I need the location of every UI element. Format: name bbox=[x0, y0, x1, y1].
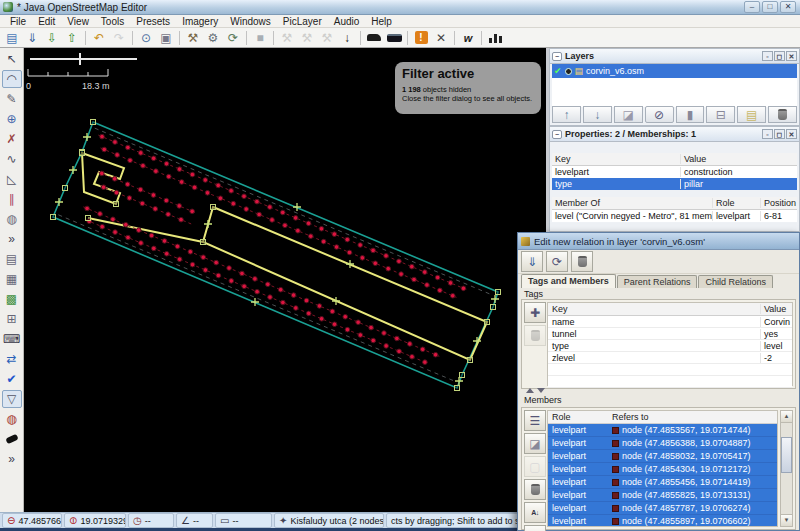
pillar-node[interactable] bbox=[153, 207, 158, 212]
mappaint-style-icon[interactable]: ⚒ bbox=[184, 29, 202, 46]
pillar-node[interactable] bbox=[330, 309, 335, 314]
pillar-node[interactable] bbox=[126, 145, 131, 150]
pillar-node[interactable] bbox=[308, 234, 313, 239]
pillar-node[interactable] bbox=[345, 237, 350, 242]
pillar-node[interactable] bbox=[423, 360, 428, 365]
pillar-node[interactable] bbox=[384, 254, 389, 259]
layer-row[interactable]: ✔ ▤ corvin_v6.osm bbox=[552, 64, 797, 78]
pillar-node[interactable] bbox=[175, 244, 180, 249]
pillar-node[interactable] bbox=[425, 283, 430, 288]
map-style-icon[interactable]: ▦ bbox=[2, 270, 22, 288]
pillar-node[interactable] bbox=[242, 284, 247, 289]
pillar-node[interactable] bbox=[177, 167, 182, 172]
pillar-node[interactable] bbox=[244, 207, 249, 212]
pillar-node[interactable] bbox=[192, 185, 197, 190]
pillar-node[interactable] bbox=[100, 134, 105, 139]
relation-refresh-icon[interactable]: ⟳ bbox=[546, 251, 568, 272]
bus-routing-icon[interactable] bbox=[385, 29, 403, 46]
virtual-node-plus[interactable] bbox=[204, 220, 212, 228]
tag-row-empty[interactable] bbox=[548, 364, 792, 376]
move-member-icon[interactable]: ▢ bbox=[524, 456, 546, 477]
pillar-node[interactable] bbox=[128, 158, 133, 163]
selected-node-square[interactable] bbox=[455, 386, 460, 391]
pillar-node[interactable] bbox=[255, 289, 260, 294]
selected-node-square[interactable] bbox=[86, 216, 91, 221]
collapse-icon[interactable]: − bbox=[552, 52, 562, 61]
pillar-node[interactable] bbox=[205, 191, 210, 196]
close-button[interactable]: ✕ bbox=[780, 1, 796, 13]
redo-icon[interactable]: ↷ bbox=[110, 29, 128, 46]
selected-node-square[interactable] bbox=[496, 290, 501, 295]
pillar-node[interactable] bbox=[283, 223, 288, 228]
pillar-node[interactable] bbox=[343, 315, 348, 320]
pillar-node[interactable] bbox=[149, 233, 154, 238]
tag-row-empty[interactable] bbox=[548, 376, 792, 388]
pillar-node[interactable] bbox=[100, 224, 105, 229]
pillar-node[interactable] bbox=[102, 147, 107, 152]
tag-row[interactable]: typelevel bbox=[548, 340, 792, 352]
menu-windows[interactable]: Windows bbox=[224, 16, 277, 27]
panel-header-button-1[interactable]: ◻ bbox=[774, 51, 785, 61]
layer-merge-icon[interactable]: ⊟ bbox=[706, 106, 735, 123]
collapse-icon[interactable]: − bbox=[552, 130, 562, 139]
pillar-node[interactable] bbox=[190, 262, 195, 267]
pillar-node[interactable] bbox=[203, 268, 208, 273]
menu-audio[interactable]: Audio bbox=[328, 16, 366, 27]
pillar-node[interactable] bbox=[410, 354, 415, 359]
stairs-way[interactable] bbox=[82, 153, 124, 204]
pillar-node[interactable] bbox=[435, 275, 440, 280]
pillar-node[interactable] bbox=[291, 293, 296, 298]
menu-file[interactable]: File bbox=[4, 16, 32, 27]
pillar-node[interactable] bbox=[358, 243, 363, 248]
menu-imagery[interactable]: Imagery bbox=[176, 16, 224, 27]
pillar-node[interactable] bbox=[152, 246, 157, 251]
delete-tag-icon[interactable] bbox=[524, 325, 546, 346]
title-bar[interactable]: * Java OpenStreetMap Editor –□✕ bbox=[0, 0, 800, 15]
paint-tool-icon[interactable]: ◍ bbox=[2, 210, 22, 228]
splitter-handle[interactable] bbox=[526, 388, 545, 393]
pillar-node[interactable] bbox=[227, 266, 232, 271]
pillar-node[interactable] bbox=[450, 293, 455, 298]
measurement-chart-icon[interactable] bbox=[486, 29, 504, 46]
delete-icon[interactable]: ✕ bbox=[432, 29, 450, 46]
filter-funnel-icon[interactable]: ▽ bbox=[2, 390, 22, 408]
member-row[interactable]: levelpartnode (47.4855456, 19.0714419) bbox=[548, 476, 777, 489]
virtual-node-plus[interactable] bbox=[491, 295, 499, 303]
pillar-node[interactable] bbox=[345, 327, 350, 332]
pillar-node[interactable] bbox=[360, 256, 365, 261]
pillar-node[interactable] bbox=[268, 205, 273, 210]
pillar-node[interactable] bbox=[321, 239, 326, 244]
member-row[interactable]: levelpartnode (47.4855897, 19.0706602) bbox=[548, 515, 777, 527]
pillar-node[interactable] bbox=[371, 338, 376, 343]
pillar-node[interactable] bbox=[99, 171, 104, 176]
tag-row[interactable]: nameCorvin ne bbox=[548, 316, 792, 328]
layer-new-icon[interactable]: ▤ bbox=[737, 106, 766, 123]
pillar-node[interactable] bbox=[293, 216, 298, 221]
pillar-node[interactable] bbox=[306, 221, 311, 226]
point-down-icon[interactable]: ↓ bbox=[338, 29, 356, 46]
menu-piclayer[interactable]: PicLayer bbox=[277, 16, 328, 27]
pillar-node[interactable] bbox=[229, 189, 234, 194]
virtual-node-plus[interactable] bbox=[332, 297, 340, 305]
panel-header-button-0[interactable]: ▫ bbox=[762, 129, 773, 139]
pillar-node[interactable] bbox=[382, 331, 387, 336]
selected-node-square[interactable] bbox=[63, 186, 68, 191]
member-row[interactable]: levelpartnode (47.4857787, 19.0706274) bbox=[548, 502, 777, 515]
menu-help[interactable]: Help bbox=[365, 16, 398, 27]
pillar-node[interactable] bbox=[229, 279, 234, 284]
menu-edit[interactable]: Edit bbox=[32, 16, 61, 27]
pillar-node[interactable] bbox=[412, 277, 417, 282]
pillar-node[interactable] bbox=[190, 172, 195, 177]
more-tools-icon-2[interactable]: » bbox=[2, 450, 22, 468]
layer-down-icon[interactable]: ↓ bbox=[583, 106, 612, 123]
pillar-node[interactable] bbox=[179, 180, 184, 185]
pillar-node[interactable] bbox=[138, 151, 143, 156]
green-layer-icon[interactable]: ▩ bbox=[2, 290, 22, 308]
pillar-node[interactable] bbox=[397, 349, 402, 354]
member-row[interactable]: levelpartnode (47.4853567, 19.0714744) bbox=[548, 424, 777, 437]
property-row[interactable]: typepillar bbox=[552, 178, 797, 190]
pillar-node[interactable] bbox=[278, 287, 283, 292]
splitter-up-icon[interactable] bbox=[526, 388, 534, 393]
selected-node-square[interactable] bbox=[201, 240, 206, 245]
preferences-icon[interactable]: ▣ bbox=[157, 29, 175, 46]
